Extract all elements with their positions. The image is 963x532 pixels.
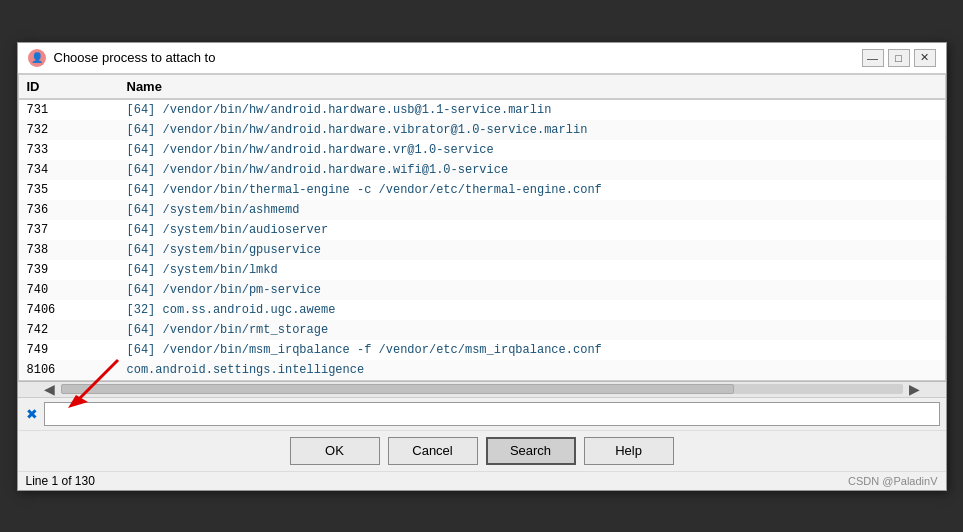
table-row[interactable]: 738[64] /system/bin/gpuservice (19, 240, 945, 260)
cell-name: [64] /system/bin/lmkd (127, 263, 945, 277)
cell-name: [64] /vendor/bin/pm-service (127, 283, 945, 297)
table-row[interactable]: 8106com.android.settings.intelligence (19, 360, 945, 380)
table-scroll-area[interactable]: 731[64] /vendor/bin/hw/android.hardware.… (19, 100, 945, 380)
ok-button[interactable]: OK (290, 437, 380, 465)
svg-marker-1 (68, 395, 88, 408)
cell-id: 731 (27, 103, 127, 117)
input-clear-icon[interactable]: ✖ (24, 406, 40, 422)
cell-name: [64] /system/bin/ashmemd (127, 203, 945, 217)
search-input-row: ✖ (18, 397, 946, 430)
column-header-name: Name (127, 79, 945, 94)
close-button[interactable]: ✕ (914, 49, 936, 67)
cell-name: [64] /vendor/bin/hw/android.hardware.usb… (127, 103, 945, 117)
cell-name: [64] /vendor/bin/rmt_storage (127, 323, 945, 337)
cell-id: 738 (27, 243, 127, 257)
cell-name: [64] /vendor/bin/hw/android.hardware.wif… (127, 163, 945, 177)
column-header-id: ID (27, 79, 127, 94)
help-button[interactable]: Help (584, 437, 674, 465)
cell-id: 749 (27, 343, 127, 357)
cell-name: com.android.settings.intelligence (127, 363, 945, 377)
hscroll-track[interactable] (61, 384, 903, 394)
table-row[interactable]: 749[64] /vendor/bin/msm_irqbalance -f /v… (19, 340, 945, 360)
svg-line-0 (78, 360, 118, 400)
cell-id: 736 (27, 203, 127, 217)
table-row[interactable]: 733[64] /vendor/bin/hw/android.hardware.… (19, 140, 945, 160)
search-input[interactable] (44, 402, 940, 426)
table-header: ID Name (19, 75, 945, 100)
search-button[interactable]: Search (486, 437, 576, 465)
cell-name: [64] /vendor/bin/hw/android.hardware.vr@… (127, 143, 945, 157)
cell-name: [64] /vendor/bin/thermal-engine -c /vend… (127, 183, 945, 197)
table-row[interactable]: 734[64] /vendor/bin/hw/android.hardware.… (19, 160, 945, 180)
cell-id: 733 (27, 143, 127, 157)
dialog-icon: 👤 (28, 49, 46, 67)
horizontal-scrollbar[interactable]: ◀ ▶ (18, 381, 946, 397)
process-table-container: ID Name 731[64] /vendor/bin/hw/android.h… (18, 74, 946, 381)
cell-id: 739 (27, 263, 127, 277)
scroll-right-icon[interactable]: ▶ (903, 381, 926, 397)
cell-id: 734 (27, 163, 127, 177)
cell-id: 740 (27, 283, 127, 297)
cell-name: [32] com.ss.android.ugc.aweme (127, 303, 945, 317)
title-bar-left: 👤 Choose process to attach to (28, 49, 216, 67)
status-bar: Line 1 of 130 CSDN @PaladinV (18, 471, 946, 490)
table-row[interactable]: 735[64] /vendor/bin/thermal-engine -c /v… (19, 180, 945, 200)
table-row[interactable]: 731[64] /vendor/bin/hw/android.hardware.… (19, 100, 945, 120)
cell-name: [64] /vendor/bin/hw/android.hardware.vib… (127, 123, 945, 137)
title-bar: 👤 Choose process to attach to — □ ✕ (18, 43, 946, 74)
dialog-window: 👤 Choose process to attach to — □ ✕ ID N… (17, 42, 947, 491)
cancel-button[interactable]: Cancel (388, 437, 478, 465)
cell-id: 732 (27, 123, 127, 137)
hscroll-thumb[interactable] (61, 384, 735, 394)
line-info: Line 1 of 130 (26, 474, 95, 488)
cell-id: 737 (27, 223, 127, 237)
table-row[interactable]: 737[64] /system/bin/audioserver (19, 220, 945, 240)
red-arrow-annotation (48, 360, 138, 410)
table-row[interactable]: 739[64] /system/bin/lmkd (19, 260, 945, 280)
table-row[interactable]: 736[64] /system/bin/ashmemd (19, 200, 945, 220)
table-row[interactable]: 7406[32] com.ss.android.ugc.aweme (19, 300, 945, 320)
minimize-button[interactable]: — (862, 49, 884, 67)
table-row[interactable]: 732[64] /vendor/bin/hw/android.hardware.… (19, 120, 945, 140)
attribution: CSDN @PaladinV (848, 475, 937, 487)
cell-id: 7406 (27, 303, 127, 317)
cell-id: 742 (27, 323, 127, 337)
cell-name: [64] /system/bin/audioserver (127, 223, 945, 237)
dialog-buttons-row: OK Cancel Search Help (18, 430, 946, 471)
title-buttons: — □ ✕ (862, 49, 936, 67)
cell-name: [64] /vendor/bin/msm_irqbalance -f /vend… (127, 343, 945, 357)
maximize-button[interactable]: □ (888, 49, 910, 67)
cell-name: [64] /system/bin/gpuservice (127, 243, 945, 257)
cell-id: 735 (27, 183, 127, 197)
table-row[interactable]: 740[64] /vendor/bin/pm-service (19, 280, 945, 300)
table-row[interactable]: 742[64] /vendor/bin/rmt_storage (19, 320, 945, 340)
dialog-title: Choose process to attach to (54, 50, 216, 65)
